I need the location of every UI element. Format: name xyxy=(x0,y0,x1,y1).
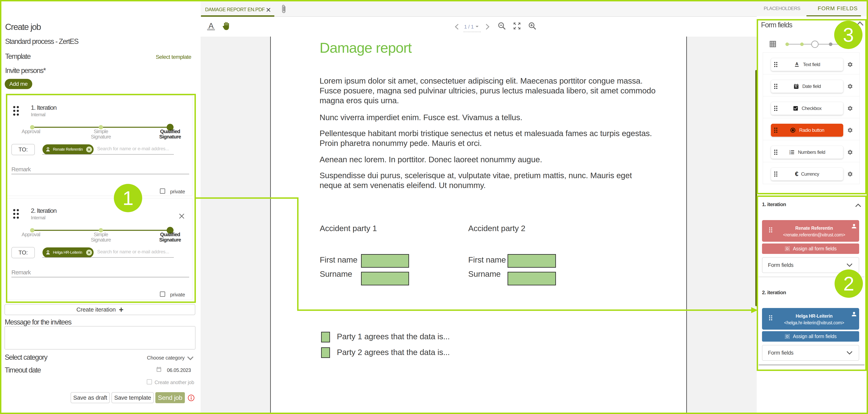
svg-text:3: 3 xyxy=(789,153,790,155)
svg-text:A: A xyxy=(796,62,798,66)
